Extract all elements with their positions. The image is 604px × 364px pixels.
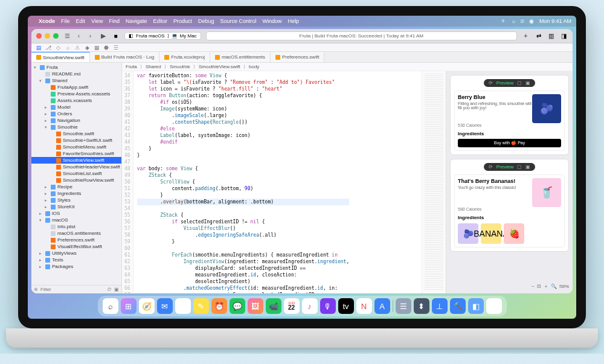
code-line[interactable]: let icon = isFavorite ? "heart.fill" : "… (137, 86, 350, 92)
tree-item[interactable]: VisualEffectBlur.swift (31, 243, 121, 250)
tree-item[interactable]: Smoothie+SwiftUI.swift (31, 137, 121, 144)
disclosure-icon[interactable]: ▾ (39, 78, 43, 83)
tree-item[interactable]: ▸ UtilityViews (31, 250, 121, 257)
find-navigator-icon[interactable]: ⌕ (63, 44, 72, 51)
disclosure-icon[interactable]: ▾ (45, 125, 49, 130)
project-navigator[interactable]: ▾ Fruta README.md ▾ Shared FrutaApp.swif… (31, 63, 122, 293)
code-line[interactable]: .imageScale(.large) (137, 112, 350, 119)
preview-inspect-icon[interactable]: ▣ (525, 164, 530, 170)
navigator-selector[interactable]: ▤ ⎇ ◇ ⌕ ⚠ ◆ ▦ ⬣ ☰ (31, 43, 573, 52)
menu-file[interactable]: File (61, 18, 70, 24)
menu-view[interactable]: View (91, 18, 103, 24)
code-line[interactable]: VisualEffectBlur() (137, 225, 350, 232)
tree-item[interactable]: Info.plist (31, 223, 121, 230)
tree-item[interactable]: Preferences.swift (31, 237, 121, 243)
tree-item[interactable]: FavoriteSmoothies.swift (31, 150, 121, 157)
dock-app[interactable]: ✉︎ (157, 298, 173, 314)
dock-app[interactable]: 💬 (230, 298, 245, 314)
tree-item[interactable]: ▾ Shared (31, 77, 121, 84)
tree-item[interactable]: Preview Assets.xcassets (31, 91, 121, 97)
code-line[interactable]: ScrollView { (137, 179, 350, 185)
disclosure-icon[interactable]: ▾ (39, 218, 43, 223)
disclosure-icon[interactable]: ▾ (34, 65, 38, 70)
tree-item[interactable]: macOS.entitlements (31, 230, 121, 237)
code-line[interactable]: ForEach(smoothie.menuIngredients) { meas… (137, 252, 350, 258)
preview-label[interactable]: Preview (496, 80, 513, 86)
code-line[interactable]: Image(systemName: icon) (137, 106, 350, 112)
tree-item[interactable]: ▸ StoreKit (31, 203, 121, 210)
test-navigator-icon[interactable]: ◆ (82, 44, 92, 51)
code-line[interactable]: return Button(action: togglefavorite) { (137, 92, 350, 99)
menu-source control[interactable]: Source Control (220, 18, 257, 24)
canvas-zoom[interactable]: − ⊡ ＋ 🔍 58% (450, 283, 569, 290)
filter-input[interactable] (40, 287, 104, 292)
dock-app[interactable]: ⊞ (121, 298, 137, 314)
code-line[interactable]: .contentShape(Rectangle()) (137, 119, 350, 126)
dock-app[interactable]: A (374, 298, 390, 314)
doc-tab[interactable]: SmoothieView.swift (31, 52, 90, 62)
dock-app[interactable]: 📹 (266, 298, 281, 314)
code-review-icon[interactable]: ⇄ (535, 32, 542, 40)
zoom-button[interactable] (53, 33, 59, 39)
scm-filter-icon[interactable]: ▣ (114, 287, 119, 292)
scheme-selector[interactable]: ◧ Fruta macOS ⟩ 💻 My Mac (124, 32, 201, 40)
code-line[interactable]: } (137, 192, 350, 199)
zoom-out-icon[interactable]: − (532, 284, 535, 289)
code-line[interactable]: content.padding(.bottom, 90) (137, 185, 350, 192)
disclosure-icon[interactable]: ▸ (39, 264, 43, 269)
dock-app[interactable]: 🔨 (450, 298, 466, 314)
nav-back-icon[interactable]: ‹ (75, 32, 83, 40)
code-line[interactable]: if selectedIngredientID != nil { (137, 219, 350, 225)
code-editor[interactable]: 3435363738394041424344454647484950515253… (122, 71, 422, 293)
tree-item[interactable]: ▸ Navigation (31, 117, 121, 124)
navigator-filter[interactable]: ⊕ ⏱ ▣ (31, 285, 121, 293)
zoom-reset-icon[interactable]: ⊡ (537, 284, 541, 289)
search-icon[interactable]: ⌕ (512, 18, 515, 24)
inspector-toggle-icon[interactable]: ◨ (560, 32, 568, 40)
dock-app[interactable]: ⬍ (414, 298, 429, 314)
tree-item[interactable]: ▸ Recipe (31, 184, 121, 190)
menu-window[interactable]: Window (263, 18, 282, 24)
dock-app[interactable]: 🗓 (175, 298, 191, 314)
disclosure-icon[interactable]: ▸ (45, 198, 49, 203)
preview-refresh-icon[interactable]: ⟳ (489, 80, 493, 86)
disclosure-icon[interactable]: ▸ (45, 185, 49, 190)
dock-app[interactable]: 🖼 (248, 298, 263, 314)
jump-bar[interactable]: FrutaSharedSmoothieSmoothieView.swiftbod… (122, 63, 573, 71)
minimap[interactable] (422, 71, 446, 293)
jumpbar-segment[interactable]: Shared (146, 64, 168, 69)
source-control-navigator-icon[interactable]: ⎇ (43, 44, 53, 51)
menu-xcode[interactable]: Xcode (39, 18, 55, 24)
tree-item[interactable]: ▸ Tests (31, 257, 121, 263)
code-line[interactable] (137, 159, 350, 165)
doc-tab[interactable]: Preferences.swift (271, 52, 324, 62)
jumpbar-segment[interactable]: SmoothieView.swift (199, 64, 247, 69)
code-line[interactable]: } (137, 238, 350, 245)
dock-app[interactable]: JUN22 (284, 298, 300, 314)
menu-find[interactable]: Find (109, 18, 120, 24)
sidebar-toggle-icon[interactable]: ☰ (63, 32, 71, 40)
tree-item[interactable]: Smoothie.swift (31, 130, 121, 137)
disclosure-icon[interactable]: ▸ (45, 112, 49, 117)
tree-item[interactable]: ▸ Ingredients (31, 190, 121, 197)
preview-device-icon[interactable]: ▢ (517, 80, 522, 86)
disclosure-icon[interactable]: ▸ (45, 105, 49, 110)
preview-label[interactable]: Preview (496, 164, 513, 170)
dock-app[interactable]: ⏰ (211, 298, 227, 314)
siri-icon[interactable]: ◉ (529, 18, 534, 24)
tree-item[interactable]: ▾ Fruta (31, 64, 121, 71)
tree-item[interactable]: Assets.xcassets (31, 97, 121, 104)
code-line[interactable]: } (137, 145, 350, 152)
wifi-icon[interactable]: ᯤ (501, 18, 507, 24)
tree-item[interactable]: ▾ macOS (31, 217, 121, 223)
code-line[interactable]: let label = "\(isFavorite ? "Remove from… (137, 79, 350, 86)
code-line[interactable]: Label(label, systemImage: icon) (137, 132, 350, 139)
tree-item[interactable]: SmoothieView.swift (31, 157, 121, 164)
issue-navigator-icon[interactable]: ⚠ (72, 44, 82, 51)
macos-menubar[interactable]: Xcode File Edit View Find Navigate Edito… (28, 16, 576, 27)
dock-app[interactable]: tv (338, 298, 354, 314)
menu-product[interactable]: Product (173, 18, 192, 24)
preview-toolbar[interactable]: ⟳ Preview ▢ ▣ (484, 163, 535, 171)
editor-options-icon[interactable]: ▥ (547, 32, 555, 40)
dock-app[interactable]: ⊥ (432, 298, 448, 314)
